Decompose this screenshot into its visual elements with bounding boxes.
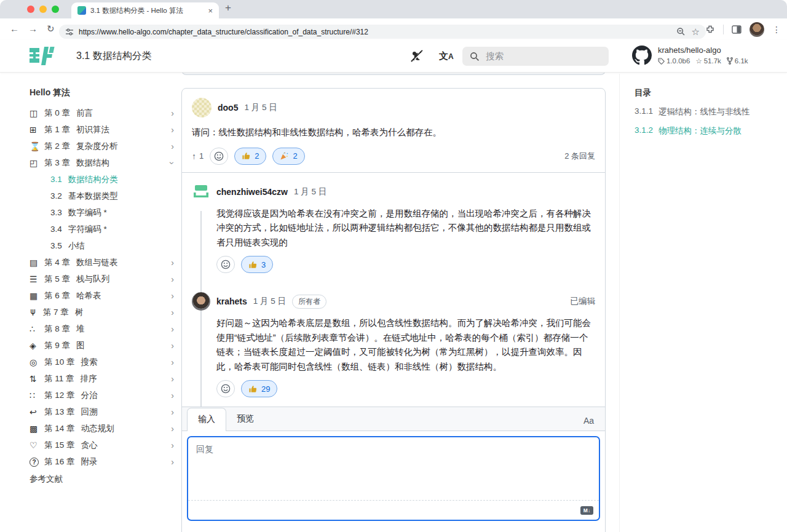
back-button[interactable]: ←: [10, 23, 19, 34]
repo-version: 1.0.0b6: [658, 57, 690, 65]
sidebar-item-chapter-1[interactable]: ⊞第 1 章初识算法›: [30, 121, 174, 138]
chevron-right-icon[interactable]: ›: [171, 141, 174, 151]
avatar[interactable]: [192, 292, 210, 311]
thumbs-up-icon: [242, 151, 251, 161]
reaction-party[interactable]: 2: [272, 148, 304, 165]
sidebar-item-chapter-3[interactable]: ◰第 3 章数据结构›: [30, 154, 174, 171]
add-reaction-button[interactable]: [210, 148, 228, 165]
chevron-right-icon[interactable]: ›: [171, 258, 174, 268]
sidebar-item-chapter-6[interactable]: ▦第 6 章哈希表›: [30, 287, 174, 304]
comment-date[interactable]: 1 月 5 日: [244, 102, 277, 113]
markdown-icon[interactable]: M↓: [580, 506, 593, 515]
sidebar-item-chapter-15[interactable]: ♡第 15 章贪心›: [30, 437, 174, 453]
sidebar-item-3-2[interactable]: 3.2基本数据类型: [30, 188, 174, 204]
minimize-window-button[interactable]: [39, 6, 47, 13]
new-tab-button[interactable]: +: [225, 2, 231, 14]
reply-header: krahets 1 月 5 日 所有者 已编辑: [192, 292, 595, 311]
sidebar-item-chapter-12[interactable]: ∷第 12 章分治›: [30, 387, 174, 403]
sidebar-item-references[interactable]: 参考文献: [30, 470, 174, 487]
reaction-thumbs-up[interactable]: 3: [241, 256, 273, 273]
tree-icon: ⋔: [30, 308, 37, 317]
close-tab-icon[interactable]: ×: [208, 7, 213, 15]
site-settings-icon[interactable]: [65, 28, 74, 36]
chevron-right-icon[interactable]: ›: [171, 407, 174, 417]
profile-avatar[interactable]: [749, 22, 764, 37]
avatar[interactable]: [192, 98, 212, 117]
sidebar-item-3-3[interactable]: 3.3数字编码 *: [30, 204, 174, 221]
chevron-right-icon[interactable]: ›: [171, 108, 174, 118]
sidebar-item-3-4[interactable]: 3.4字符编码 *: [30, 221, 174, 237]
close-window-button[interactable]: [27, 6, 34, 13]
text-style-hint[interactable]: Aa: [583, 416, 600, 431]
browser-tab[interactable]: 3.1 数据结构分类 - Hello 算法 ×: [71, 2, 219, 18]
sort-icon: ⇅: [30, 374, 44, 384]
tab-strip: 3.1 数据结构分类 - Hello 算法 × +: [0, 0, 787, 18]
chevron-right-icon[interactable]: ›: [171, 357, 174, 367]
add-reaction-button[interactable]: [216, 256, 235, 273]
chevron-right-icon[interactable]: ›: [171, 291, 174, 301]
chevron-right-icon[interactable]: ›: [171, 324, 174, 334]
sidebar-item-chapter-8[interactable]: ∴第 8 章堆›: [30, 320, 174, 337]
reload-button[interactable]: ↻: [47, 23, 55, 34]
sidebar-item-chapter-0[interactable]: ◫第 0 章前言›: [30, 105, 174, 121]
reply-author[interactable]: krahets: [216, 296, 247, 306]
reply-date[interactable]: 1 月 5 日: [253, 296, 286, 307]
maximize-window-button[interactable]: [52, 6, 59, 13]
forward-button[interactable]: →: [28, 23, 38, 34]
divide-conquer-icon: ∷: [30, 391, 44, 400]
form-footer: 取消 回复: [182, 526, 605, 532]
chevron-down-icon[interactable]: ›: [168, 161, 178, 164]
side-panel-icon[interactable]: [732, 25, 742, 34]
reply-author[interactable]: chenzhiwei54czw: [216, 187, 288, 197]
reaction-thumbs-up[interactable]: 29: [241, 380, 277, 397]
reply-textarea[interactable]: [188, 437, 599, 498]
chevron-right-icon[interactable]: ›: [171, 391, 174, 400]
sidebar-item-chapter-7[interactable]: ⋔第 7 章树›: [30, 304, 174, 320]
site-favicon: [77, 6, 86, 15]
sidebar-item-3-1[interactable]: 3.1数据结构分类: [30, 171, 174, 188]
replies-count: 2 条回复: [564, 151, 595, 162]
tab-write[interactable]: 输入: [187, 408, 226, 431]
upvote-button[interactable]: ↑1: [192, 151, 204, 161]
add-reaction-button[interactable]: [216, 380, 235, 397]
sidebar-item-chapter-4[interactable]: ▤第 4 章数组与链表›: [30, 254, 174, 271]
chevron-right-icon[interactable]: ›: [171, 341, 174, 351]
sidebar-item-chapter-13[interactable]: ↩第 13 章回溯›: [30, 403, 174, 420]
theme-toggle-icon[interactable]: [409, 49, 424, 63]
comment-author[interactable]: doo5: [218, 103, 238, 113]
sidebar-item-3-5[interactable]: 3.5小结: [30, 237, 174, 254]
reaction-thumbs-up[interactable]: 2: [234, 148, 266, 165]
translate-icon[interactable]: 文A: [439, 50, 454, 62]
sidebar-item-chapter-2[interactable]: ⌛第 2 章复杂度分析›: [30, 138, 174, 154]
bookmark-star-icon[interactable]: ☆: [692, 26, 700, 38]
chevron-right-icon[interactable]: ›: [171, 424, 174, 434]
search-box[interactable]: 搜索: [462, 47, 609, 66]
sidebar-item-chapter-5[interactable]: ☰第 5 章栈与队列›: [30, 271, 174, 287]
repo-link[interactable]: krahets/hello-algo 1.0.0b6 ☆51.7k 6.1k: [632, 46, 748, 65]
chevron-right-icon[interactable]: ›: [171, 308, 174, 317]
address-bar[interactable]: https://www.hello-algo.com/chapter_data_…: [59, 25, 706, 39]
sidebar-item-chapter-14[interactable]: ▩第 14 章动态规划›: [30, 420, 174, 437]
browser-menu-icon[interactable]: ⋮: [772, 25, 781, 34]
reply-form: 输入 预览 Aa M↓ 取消 回复: [182, 407, 605, 532]
thumbs-up-icon: [248, 384, 258, 394]
url-text[interactable]: https://www.hello-algo.com/chapter_data_…: [79, 28, 676, 36]
sidebar-item-chapter-9[interactable]: ◈第 9 章图›: [30, 337, 174, 354]
avatar[interactable]: [192, 183, 210, 201]
chevron-right-icon[interactable]: ›: [171, 274, 174, 284]
chevron-right-icon[interactable]: ›: [171, 440, 174, 450]
replies-section: chenzhiwei54czw 1 月 5 日 我觉得应该是因为哈希表在没有冲突…: [182, 172, 605, 407]
toc-item-3-1-2[interactable]: 3.1.2物理结构：连续与分散: [635, 125, 779, 137]
extensions-icon[interactable]: [705, 25, 715, 34]
toc-item-3-1-1[interactable]: 3.1.1逻辑结构：线性与非线性: [635, 106, 779, 117]
sidebar-item-chapter-10[interactable]: ◎第 10 章搜索›: [30, 354, 174, 370]
site-logo[interactable]: [28, 46, 58, 69]
tab-preview[interactable]: 预览: [226, 408, 264, 431]
zoom-page-icon[interactable]: [676, 27, 686, 36]
chevron-right-icon[interactable]: ›: [171, 374, 174, 384]
reply-date[interactable]: 1 月 5 日: [294, 186, 326, 197]
sidebar-item-chapter-11[interactable]: ⇅第 11 章排序›: [30, 370, 174, 387]
sidebar-item-chapter-16[interactable]: ?第 16 章附录›: [30, 453, 174, 470]
chevron-right-icon[interactable]: ›: [171, 457, 174, 467]
chevron-right-icon[interactable]: ›: [171, 125, 174, 135]
